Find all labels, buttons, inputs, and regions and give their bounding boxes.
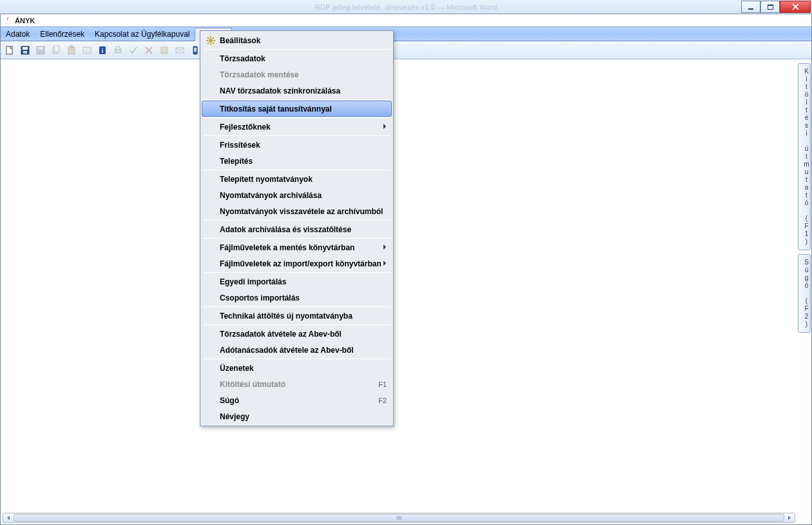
menu-item-label: NAV törzsadatok szinkronizálása [220,86,340,95]
menu-item-label: Adatok archiválása és visszatöltése [220,225,351,234]
window-minimize-button[interactable] [741,1,760,13]
submenu-arrow-icon [383,244,387,252]
menu-item-egyedi-import-l-s[interactable]: Egyedi importálás [202,273,392,290]
menu-item-label: Fájlműveletek a mentés könyvtárban [220,243,354,252]
menu-item-telep-tett-nyomtatv-nyok[interactable]: Telepített nyomtatványok [202,171,392,187]
svg-rect-5 [38,47,43,50]
menu-item-f-jlm-veletek-az-import-export-k-nyvt-rban[interactable]: Fájlműveletek az import/export könyvtárb… [202,255,392,272]
menu-item-label: Törzsadatok mentése [220,70,299,79]
menu-item-zenetek[interactable]: Üzenetek [202,360,392,376]
menu-item-label: Törzsadatok átvétele az Abev-ből [220,330,342,339]
menu-item-label: Nyomtatványok visszavétele az archívumbó… [220,207,383,216]
side-tabs: Kitöltési útmutató (F1) Súgó (F2) [797,59,811,524]
window-title: ÁNYK [15,17,35,25]
menu-separator [203,117,391,118]
menu-item-f-jlm-veletek-a-ment-s-k-nyvt-rban[interactable]: Fájlműveletek a mentés könyvtárban [202,239,392,255]
window-maximize-button[interactable] [760,1,780,13]
menu-separator [203,220,391,221]
menu-separator [203,99,391,100]
toolbar-paste-icon [65,44,78,57]
svg-point-28 [209,39,213,43]
toolbar-save-as-icon [34,44,47,57]
scrollbar-left-arrow-icon[interactable] [3,513,14,522]
toolbar-mail-icon [173,44,186,57]
menu-separator [203,170,391,170]
toolbar-print-icon [111,44,124,57]
menu-item-label: Technikai áttöltés új nyomtatványba [220,312,353,321]
menu-item-be-ll-t-sok[interactable]: Beállítások [202,32,392,48]
menu-item-t-rzsadatok-ment-se: Törzsadatok mentése [202,66,392,83]
menu-item-nav-t-rzsadatok-szinkroniz-l-sa[interactable]: NAV törzsadatok szinkronizálása [202,83,392,99]
menu-item-label: Frissítések [220,141,260,150]
menu-item-s-g[interactable]: SúgóF2 [202,392,392,408]
scrollbar-right-arrow-icon[interactable] [784,513,795,522]
menu-item-friss-t-sek[interactable]: Frissítések [202,137,392,153]
menu-separator [203,324,391,325]
menu-item-t-rzsadatok-tv-tele-az-abev-b-l[interactable]: Törzsadatok átvétele az Abev-ből [202,326,392,342]
menu-item-nyomtatv-nyok-visszav-tele-az-arch-vumb-l[interactable]: Nyomtatványok visszavétele az archívumbó… [202,203,392,219]
svg-line-33 [208,37,209,39]
svg-line-35 [208,43,209,44]
menu-item-ad-tan-csad-k-tv-tele-az-abev-b-l[interactable]: Adótanácsadók átvétele az Abev-ből [202,342,392,358]
toolbar-save-icon[interactable] [19,44,32,57]
menu-item-label: Törzsadatok [220,54,266,63]
toolbar-info-icon[interactable]: i [96,44,109,57]
menu-item-fejleszt-knek[interactable]: Fejlesztőknek [202,119,392,135]
svg-rect-14 [116,46,120,50]
menu-ellenorzesek[interactable]: Ellenőrzések [35,27,90,41]
menu-item-label: Fájlműveletek az import/export könyvtárb… [220,259,382,268]
titlebar: ÁNYK [1,14,811,27]
menu-item-nyomtatv-nyok-archiv-l-sa[interactable]: Nyomtatványok archiválása [202,187,392,203]
menu-item-label: Kitöltési útmutató [220,380,285,389]
menubar: Adatok Ellenőrzések Kapcsolat az Ügyfélk… [1,27,811,41]
menu-item-label: Telepített nyomtatványok [220,175,313,184]
java-icon [3,16,12,25]
svg-rect-15 [161,47,168,54]
scrollbar-track[interactable] [14,513,784,522]
svg-rect-7 [54,46,59,52]
submenu-arrow-icon [383,260,387,268]
menu-item-label: Névjegy [220,412,249,421]
svg-rect-9 [70,46,73,48]
window-close-button[interactable] [780,1,811,13]
menu-item-technikai-tt-lt-s-j-nyomtatv-nyba[interactable]: Technikai áttöltés új nyomtatványba [202,308,392,324]
menu-separator [203,135,391,136]
menu-separator [203,359,391,359]
menu-item-telep-t-s[interactable]: Telepítés [202,153,392,169]
menu-item-n-vjegy[interactable]: Névjegy [202,408,392,424]
side-tab-help[interactable]: Súgó (F2) [798,254,811,333]
toolbar: i [1,41,811,59]
svg-line-34 [213,43,214,44]
toolbar-check-icon [127,44,140,57]
svg-rect-0 [6,46,12,54]
menu-separator [203,306,391,307]
menu-kapcsolat[interactable]: Kapcsolat az Ügyfélkapuval [90,27,195,41]
szerviz-dropdown-menu: BeállításokTörzsadatokTörzsadatok mentés… [200,30,394,426]
menu-item-shortcut: F2 [378,397,387,404]
horizontal-scrollbar[interactable] [3,513,795,523]
toolbar-copy-icon [50,44,63,57]
side-tab-help-guide[interactable]: Kitöltési útmutató (F1) [798,63,811,250]
submenu-arrow-icon [383,123,387,131]
menu-separator [203,272,391,273]
background-window-titlebar: RDP jelleg felvétele, átnevezés v1.0 — M… [0,0,812,14]
svg-rect-8 [68,47,75,54]
menu-item-adatok-archiv-l-sa-s-visszat-lt-se[interactable]: Adatok archiválása és visszatöltése [202,221,392,237]
menu-item-label: Súgó [220,396,239,405]
toolbar-delete-icon [142,44,155,57]
toolbar-settings-icon [81,44,93,57]
menu-adatok[interactable]: Adatok [1,27,35,41]
main-document-area [1,59,797,524]
client-area: Kitöltési útmutató (F1) Súgó (F2) [1,59,811,524]
menu-item-t-rzsadatok[interactable]: Törzsadatok [202,50,392,66]
menu-item-titkos-t-s-saj-t-tanus-tv-nnyal[interactable]: Titkosítás saját tanusítvánnyal [202,101,392,117]
toolbar-new-icon[interactable] [3,44,16,57]
menu-item-label: Üzenetek [220,364,254,373]
menu-item-label: Csoportos importálás [220,293,300,302]
menu-item-label: Beállítások [220,36,260,45]
svg-rect-2 [23,47,28,50]
menu-item-label: Titkosítás saját tanusítvánnyal [220,104,332,114]
scrollbar-thumb[interactable] [14,514,784,522]
svg-line-36 [213,37,214,39]
menu-item-csoportos-import-l-s[interactable]: Csoportos importálás [202,290,392,306]
